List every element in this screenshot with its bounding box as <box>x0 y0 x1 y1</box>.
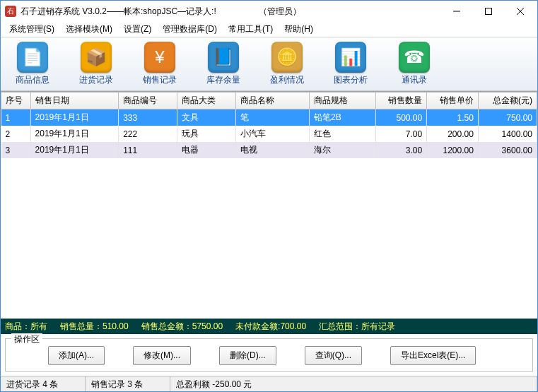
cell-name: 小汽车 <box>236 126 310 142</box>
col-header[interactable]: 商品编号 <box>119 93 177 109</box>
recorder-label: 记录人:! <box>186 6 216 18</box>
toolbar-icon-4: 🪙 <box>271 42 303 73</box>
cell-price: 1200.00 <box>427 142 479 158</box>
cell-date: 2019年1月1日 <box>30 126 119 142</box>
ops-legend: 操作区 <box>11 333 42 345</box>
toolbar-label: 进货记录 <box>79 74 113 86</box>
summary-unpaid: 未付款金额:700.00 <box>235 321 306 333</box>
toolbar-icon-1: 📦 <box>81 42 112 73</box>
table-row[interactable]: 12019年1月1日333文具笔铅笔2B500.001.50750.00 <box>1 109 537 126</box>
col-header[interactable]: 商品规格 <box>310 93 375 109</box>
role-label: （管理员） <box>259 6 301 18</box>
cell-price: 1.50 <box>427 109 479 126</box>
app-window: 石 石子进销存系统 V3.0.2 —— 帐本:shopJSC — 记录人:! （… <box>0 0 538 392</box>
toolbar-label: 商品信息 <box>16 74 49 86</box>
toolbar-label: 销售记录 <box>143 74 177 86</box>
ops-panel: 操作区 添加(A)...修改(M)...删除(D)...查询(Q)...导出Ex… <box>5 338 533 372</box>
toolbar-label: 图表分析 <box>334 74 368 86</box>
svg-rect-1 <box>485 8 491 15</box>
toolbar-图表分析[interactable]: 📊图表分析 <box>326 42 375 86</box>
toolbar-库存余量[interactable]: 📘库存余量 <box>199 42 248 86</box>
grid-header-row: 序号销售日期商品编号商品大类商品名称商品规格销售数量销售单价总金额(元) <box>1 93 537 109</box>
cell-qty: 3.00 <box>375 142 427 158</box>
account-label: 帐本:shopJSC <box>124 6 177 18</box>
status-profit: 总盈利额 -250.00 元 <box>170 376 537 391</box>
maximize-button[interactable] <box>472 1 504 21</box>
toolbar-icon-5: 📊 <box>335 42 366 73</box>
cell-cat: 文具 <box>177 109 236 126</box>
status-in: 进货记录 4 条 <box>1 376 86 391</box>
cell-code: 111 <box>119 142 177 158</box>
minimize-button[interactable] <box>440 1 472 21</box>
cell-price: 200.00 <box>427 126 479 142</box>
add-button[interactable]: 添加(A)... <box>48 346 105 365</box>
cell-spec: 铅笔2B <box>310 109 375 126</box>
cell-qty: 500.00 <box>375 109 427 126</box>
cell-name: 电视 <box>236 142 310 158</box>
summary-bar: 商品：所有 销售总量：510.00 销售总金额：5750.00 未付款金额:70… <box>1 319 537 334</box>
table-row[interactable]: 22019年1月1日222玩具小汽车红色7.00200.001400.00 <box>1 126 537 142</box>
app-icon: 石 <box>5 6 16 17</box>
col-header[interactable]: 总金额(元) <box>478 93 537 109</box>
toolbar-商品信息[interactable]: 📄商品信息 <box>8 42 57 86</box>
cell-cat: 玩具 <box>177 126 236 142</box>
menubar: 系统管理(S)选择模块(M)设置(Z)管理数据库(D)常用工具(T)帮助(H) <box>1 22 537 37</box>
cell-date: 2019年1月1日 <box>30 142 119 158</box>
toolbar-icon-0: 📄 <box>17 42 48 73</box>
titlebar: 石 石子进销存系统 V3.0.2 —— 帐本:shopJSC — 记录人:! （… <box>1 1 537 22</box>
col-header[interactable]: 销售数量 <box>375 93 427 109</box>
table-row[interactable]: 32019年1月1日111电器电视海尔3.001200.003600.00 <box>1 142 537 158</box>
summary-product: 商品：所有 <box>5 321 47 333</box>
toolbar: 📄商品信息📦进货记录¥销售记录📘库存余量🪙盈利情况📊图表分析☎通讯录 <box>1 37 537 91</box>
col-header[interactable]: 商品大类 <box>177 93 236 109</box>
menu-item-1[interactable]: 选择模块(M) <box>60 22 118 37</box>
menu-item-2[interactable]: 设置(Z) <box>118 22 157 37</box>
cell-no: 1 <box>1 109 31 126</box>
toolbar-label: 库存余量 <box>206 74 240 86</box>
menu-item-3[interactable]: 管理数据库(D) <box>157 22 223 37</box>
toolbar-icon-3: 📘 <box>208 42 239 73</box>
toolbar-icon-6: ☎ <box>399 42 430 73</box>
col-header[interactable]: 商品名称 <box>236 93 310 109</box>
cell-no: 2 <box>1 126 31 142</box>
col-header[interactable]: 销售单价 <box>427 93 479 109</box>
summary-qty: 销售总量：510.00 <box>60 321 129 333</box>
cell-total: 3600.00 <box>478 142 537 158</box>
toolbar-通讯录[interactable]: ☎通讯录 <box>390 42 439 86</box>
cell-spec: 红色 <box>310 126 375 142</box>
col-header[interactable]: 销售日期 <box>30 93 119 109</box>
query-button[interactable]: 查询(Q)... <box>305 346 362 365</box>
sales-grid[interactable]: 序号销售日期商品编号商品大类商品名称商品规格销售数量销售单价总金额(元) 120… <box>1 91 537 319</box>
menu-item-5[interactable]: 帮助(H) <box>279 22 319 37</box>
toolbar-icon-2: ¥ <box>144 42 175 73</box>
edit-button[interactable]: 修改(M)... <box>133 346 191 365</box>
status-out: 销售记录 3 条 <box>86 376 170 391</box>
cell-total: 1400.00 <box>478 126 537 142</box>
close-button[interactable] <box>504 1 536 21</box>
toolbar-label: 盈利情况 <box>270 74 304 86</box>
toolbar-label: 通讯录 <box>402 74 427 86</box>
cell-date: 2019年1月1日 <box>30 109 119 126</box>
cell-no: 3 <box>1 142 31 158</box>
summary-amount: 销售总金额：5750.00 <box>141 321 223 333</box>
cell-cat: 电器 <box>177 142 236 158</box>
cell-spec: 海尔 <box>310 142 375 158</box>
app-title: 石子进销存系统 V3.0.2 <box>21 6 107 18</box>
statusbar: 进货记录 4 条 销售记录 3 条 总盈利额 -250.00 元 <box>1 376 537 391</box>
cell-name: 笔 <box>236 109 310 126</box>
menu-item-4[interactable]: 常用工具(T) <box>223 22 279 37</box>
col-header[interactable]: 序号 <box>1 93 31 109</box>
cell-qty: 7.00 <box>375 126 427 142</box>
cell-code: 222 <box>119 126 177 142</box>
cell-total: 750.00 <box>478 109 537 126</box>
export-button[interactable]: 导出Excel表(E)... <box>390 346 476 365</box>
toolbar-盈利情况[interactable]: 🪙盈利情况 <box>262 42 312 86</box>
cell-code: 333 <box>119 109 177 126</box>
summary-scope: 汇总范围：所有记录 <box>319 321 395 333</box>
toolbar-进货记录[interactable]: 📦进货记录 <box>71 42 121 86</box>
menu-item-0[interactable]: 系统管理(S) <box>4 22 60 37</box>
delete-button[interactable]: 删除(D)... <box>219 346 276 365</box>
toolbar-销售记录[interactable]: ¥销售记录 <box>135 42 185 86</box>
